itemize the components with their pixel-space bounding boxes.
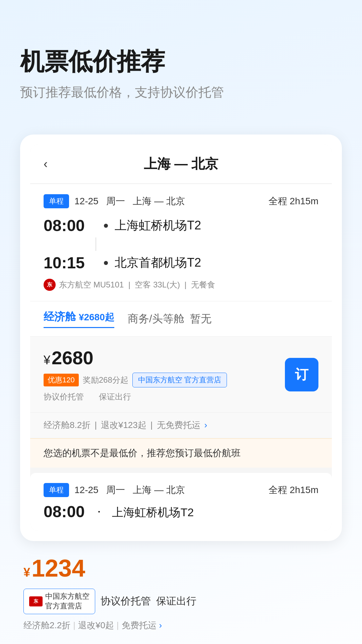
bottom-tags: 东 中国东方航空 官方直营店 协议价托管 保证出行 [23, 589, 339, 614]
bottom-guarantee-tag: 保证出行 [156, 594, 196, 608]
price-tags: 优惠120 奖励268分起 中国东方航空 官方直营店 [44, 373, 227, 387]
bottom-price: ¥ 1234 [23, 554, 339, 582]
page-subtitle: 预订推荐最低价格，支持协议价托管 [20, 84, 342, 101]
airline-logo: 东 [44, 279, 56, 291]
depart-row: 08:00 上海虹桥机场T2 [44, 216, 318, 235]
modal-header: ‹ 上海 — 北京 [30, 145, 332, 183]
rec-meta-text: 12-25 周一 上海 — 北京 [74, 484, 185, 496]
header-section: 机票低价推荐 预订推荐最低价格，支持协议价托管 [20, 27, 342, 114]
eastern-text: 中国东方航空 官方直营店 [45, 592, 89, 611]
arrive-row: 10:15 北京首都机场T2 [44, 254, 318, 272]
arrive-dot [104, 261, 108, 265]
bottom-features: 经济舱2.2折 | 退改¥0起 | 免费托运 › [23, 620, 339, 631]
time-line [96, 237, 96, 251]
flight-date-weekday: 12-25 周一 上海 — 北京 [74, 195, 185, 208]
rec-depart-row: 08:00 • 上海虹桥机场T2 [44, 502, 318, 521]
bottom-price-yen: ¥ [23, 566, 30, 580]
price-main: 2680 [52, 347, 94, 369]
baggage-arrow[interactable]: › [204, 420, 207, 430]
features-arrow[interactable]: › [159, 620, 162, 631]
rec-duration: 全程 2h15m [268, 484, 318, 496]
bottom-price-num: 1234 [32, 554, 85, 582]
arrive-airport: 北京首都机场T2 [115, 255, 201, 271]
depart-time: 08:00 [44, 216, 97, 235]
bottom-section: ¥ 1234 东 中国东方航空 官方直营店 协议价托管 保证出行 经济舱2.2折… [20, 554, 342, 644]
price-section: ¥ 2680 优惠120 奖励268分起 中国东方航空 官方直营店 协议价托管 … [30, 337, 332, 412]
cabin-economy-tab[interactable]: 经济舱 ¥2680起 [44, 310, 114, 328]
cabin-tabs: 经济舱 ¥2680起 商务/头等舱 暂无 [30, 302, 332, 336]
points-tag: 奖励268分起 [83, 375, 128, 385]
eastern-airlines-badge: 东 中国东方航空 官方直营店 [23, 589, 95, 614]
rec-flight-meta: 单程 12-25 周一 上海 — 北京 全程 2h15m [44, 483, 318, 497]
flight-meta: 单程 12-25 周一 上海 — 北京 全程 2h15m [44, 194, 318, 208]
rec-trip-badge: 单程 [44, 483, 69, 497]
price-features: 协议价托管 保证出行 [44, 391, 227, 402]
depart-dot [104, 224, 108, 228]
arrive-time: 10:15 [44, 254, 97, 272]
discount-bar: 经济舱8.2折 | 退改¥123起 | 无免费托运 › [30, 412, 332, 438]
recommended-flight-card[interactable]: 单程 12-25 周一 上海 — 北京 全程 2h15m 08:00 • 上海虹… [30, 473, 332, 531]
flight-times: 08:00 上海虹桥机场T2 10:15 北京首都机场T2 [44, 216, 318, 272]
page-title: 机票低价推荐 [20, 47, 342, 76]
book-button[interactable]: 订 [285, 358, 318, 391]
price-yen: ¥ [44, 353, 50, 367]
airline-official-badge: 中国东方航空 官方直营店 [132, 373, 227, 387]
price-display: ¥ 2680 [44, 347, 227, 369]
price-left: ¥ 2680 优惠120 奖励268分起 中国东方航空 官方直营店 协议价托管 … [44, 347, 227, 402]
back-button[interactable]: ‹ [44, 157, 48, 171]
flight-modal: ‹ 上海 — 北京 单程 12-25 周一 上海 — 北京 全程 2h15m [30, 145, 332, 531]
rec-depart-dot: • [98, 509, 100, 515]
flight-card-container: ‹ 上海 — 北京 单程 12-25 周一 上海 — 北京 全程 2h15m [20, 135, 342, 541]
recommendation-banner: 您选的机票不是最低价，推荐您预订最低价航班 [30, 438, 332, 468]
bottom-protocol-tag: 协议价托管 [101, 594, 151, 608]
airline-info: 东 东方航空 MU5101 | 空客 33L(大) | 无餐食 [44, 279, 318, 291]
cabin-business-tab[interactable]: 商务/头等舱 暂无 [128, 312, 212, 326]
discount-tag: 优惠120 [44, 374, 79, 386]
trip-type-badge: 单程 [44, 194, 69, 208]
rec-depart-time: 08:00 [44, 502, 85, 521]
rec-depart-airport: 上海虹桥机场T2 [112, 505, 194, 520]
depart-airport: 上海虹桥机场T2 [115, 217, 201, 234]
flight-info-section: 单程 12-25 周一 上海 — 北京 全程 2h15m 08:00 上海 [30, 184, 332, 301]
flight-duration: 全程 2h15m [268, 195, 318, 208]
airline-text: 东方航空 MU5101 | 空客 33L(大) | 无餐食 [59, 279, 215, 290]
eastern-logo-icon: 东 [29, 596, 43, 606]
modal-route-title: 上海 — 北京 [144, 155, 218, 173]
